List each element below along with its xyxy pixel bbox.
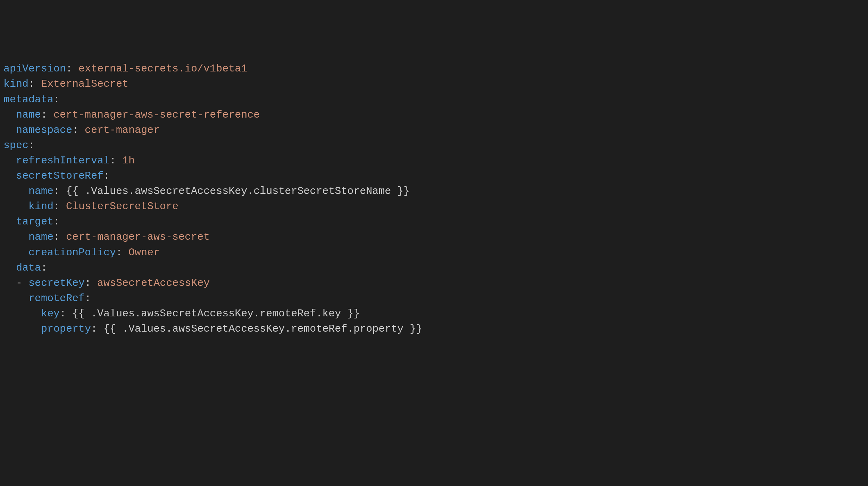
yaml-colon: : (28, 78, 35, 90)
yaml-line: key: {{ .Values.awsSecretAccessKey.remot… (3, 306, 865, 321)
yaml-key: name (16, 109, 41, 121)
yaml-value: external-secrets.io/v1beta1 (78, 63, 247, 75)
yaml-colon: : (41, 262, 47, 274)
yaml-colon: : (28, 139, 35, 151)
yaml-key: apiVersion (3, 63, 66, 75)
yaml-line: name: {{ .Values.awsSecretAccessKey.clus… (3, 184, 865, 199)
yaml-colon: : (85, 277, 91, 289)
yaml-colon: : (60, 308, 66, 319)
yaml-value: 1h (122, 155, 135, 167)
yaml-key: secretStoreRef (16, 170, 103, 182)
yaml-key: spec (3, 139, 28, 151)
yaml-key: creationPolicy (28, 247, 116, 258)
yaml-line: creationPolicy: Owner (3, 245, 865, 260)
yaml-key: secretKey (28, 277, 85, 289)
yaml-line: apiVersion: external-secrets.io/v1beta1 (3, 61, 865, 76)
yaml-key: target (16, 216, 53, 228)
yaml-colon: : (66, 63, 72, 75)
yaml-value: {{ .Values.awsSecretAccessKey.remoteRef.… (72, 308, 360, 319)
yaml-key: data (16, 262, 41, 274)
yaml-line: namespace: cert-manager (3, 122, 865, 138)
yaml-value: cert-manager-aws-secret-reference (53, 109, 260, 121)
yaml-value: Owner (128, 247, 160, 258)
yaml-value: cert-manager-aws-secret (66, 231, 210, 243)
yaml-line: property: {{ .Values.awsSecretAccessKey.… (3, 321, 865, 336)
yaml-colon: : (53, 94, 60, 105)
yaml-line: - secretKey: awsSecretAccessKey (3, 275, 865, 291)
yaml-key: metadata (3, 94, 53, 105)
yaml-line: target: (3, 214, 865, 229)
yaml-key: remoteRef (28, 292, 85, 304)
yaml-colon: : (116, 247, 122, 258)
yaml-key: namespace (16, 124, 72, 136)
yaml-value: ExternalSecret (41, 78, 128, 90)
yaml-colon: : (53, 185, 60, 197)
yaml-colon: : (103, 170, 110, 182)
yaml-code-block: apiVersion: external-secrets.io/v1beta1k… (3, 61, 865, 336)
yaml-line: remoteRef: (3, 291, 865, 306)
yaml-dash: - (16, 277, 22, 289)
yaml-key: property (41, 323, 91, 335)
yaml-key: key (41, 308, 60, 319)
yaml-value: awsSecretAccessKey (97, 277, 210, 289)
yaml-key: refreshInterval (16, 155, 110, 167)
yaml-colon: : (110, 155, 116, 167)
yaml-key: kind (3, 78, 28, 90)
yaml-line: kind: ExternalSecret (3, 76, 865, 92)
yaml-line: name: cert-manager-aws-secret-reference (3, 107, 865, 122)
yaml-value: ClusterSecretStore (66, 201, 178, 212)
yaml-line: name: cert-manager-aws-secret (3, 229, 865, 245)
yaml-colon: : (41, 109, 47, 121)
yaml-colon: : (53, 216, 60, 228)
yaml-key: name (28, 185, 53, 197)
yaml-colon: : (91, 323, 97, 335)
yaml-key: kind (28, 201, 53, 212)
yaml-line: secretStoreRef: (3, 168, 865, 184)
yaml-line: kind: ClusterSecretStore (3, 199, 865, 214)
yaml-colon: : (53, 201, 60, 212)
yaml-line: metadata: (3, 92, 865, 107)
yaml-line: spec: (3, 138, 865, 153)
yaml-colon: : (72, 124, 78, 136)
yaml-line: data: (3, 260, 865, 275)
yaml-colon: : (85, 292, 91, 304)
yaml-line: refreshInterval: 1h (3, 153, 865, 168)
yaml-value: cert-manager (85, 124, 160, 136)
yaml-value: {{ .Values.awsSecretAccessKey.remoteRef.… (103, 323, 422, 335)
yaml-value: {{ .Values.awsSecretAccessKey.clusterSec… (66, 185, 410, 197)
yaml-colon: : (53, 231, 60, 243)
yaml-key: name (28, 231, 53, 243)
